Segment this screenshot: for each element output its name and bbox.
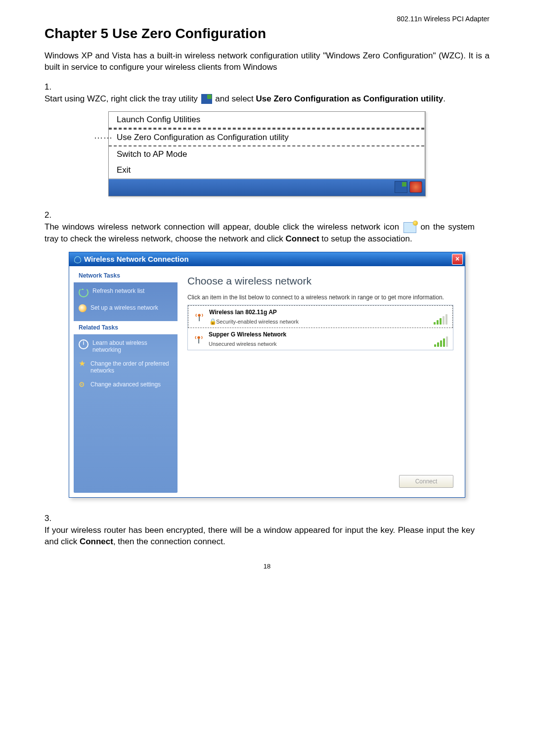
- tray-utility-icon: [201, 94, 212, 104]
- wireless-window: Wireless Network Connection × Network Ta…: [69, 252, 465, 498]
- step-3-text-b: , then the connection connect.: [113, 537, 225, 546]
- sidebar-related-tasks-title: Related Tasks: [74, 321, 178, 334]
- svg-point-0: [198, 314, 201, 317]
- step-1-text-b: and select: [215, 94, 256, 103]
- sidebar-order-label: Change the order of preferred networks: [90, 360, 173, 374]
- sidebar-setup[interactable]: Set up a wireless network: [79, 304, 173, 312]
- menu-switch-ap[interactable]: Switch to AP Mode: [109, 146, 424, 162]
- intro-text: Windows XP and Vista has a built-in wire…: [44, 50, 490, 73]
- star-icon: ★: [79, 360, 87, 368]
- taskbar-tray-icon[interactable]: [395, 181, 407, 193]
- main-title: Choose a wireless network: [187, 275, 453, 287]
- chapter-title: Chapter 5 Use Zero Configuration: [44, 26, 490, 42]
- network-row-0[interactable]: Wireless lan 802.11g AP 🔒 Security-enabl…: [188, 305, 453, 328]
- network-sub-0: Security-enabled wireless network: [216, 319, 299, 325]
- sidebar-learn[interactable]: i Learn about wireless networking: [79, 339, 173, 353]
- sidebar-refresh[interactable]: Refresh network list: [79, 287, 173, 297]
- step-2: 2. The windows wireless network connecti…: [44, 209, 490, 244]
- sidebar-learn-label: Learn about wireless networking: [92, 339, 173, 353]
- step-3-num: 3.: [44, 513, 57, 524]
- signal-strength-0: [428, 309, 448, 325]
- page-number: 18: [44, 563, 490, 570]
- step-3-bold: Connect: [80, 537, 113, 546]
- pointer-dots-icon: ⋯⋯: [94, 132, 113, 143]
- step-2-num: 2.: [44, 209, 57, 221]
- step-2-bold: Connect: [286, 234, 319, 243]
- sidebar-advanced-label: Change advanced settings: [90, 381, 161, 388]
- close-button[interactable]: ×: [452, 254, 463, 265]
- antenna-icon: [192, 331, 206, 347]
- signal-strength-1: [428, 331, 449, 347]
- sidebar-order[interactable]: ★ Change the order of preferred networks: [79, 360, 173, 374]
- step-1-text-c: .: [443, 94, 445, 103]
- menu-use-zero-config-label: Use Zero Configuration as Configuration …: [117, 133, 289, 142]
- network-name-1: Supper G Wireless Network: [209, 331, 428, 338]
- window-titlebar[interactable]: Wireless Network Connection ×: [69, 252, 465, 266]
- menu-launch-utilities[interactable]: Launch Config Utilities: [109, 112, 424, 129]
- sidebar: Network Tasks Refresh network list Set u…: [74, 269, 178, 493]
- header-product: 802.11n Wireless PCI Adapter: [44, 15, 490, 23]
- setup-icon: [79, 304, 87, 312]
- connect-button[interactable]: Connect: [399, 475, 453, 488]
- step-1-bold: Use Zero Configuration as Configuration …: [256, 94, 444, 103]
- antenna-icon: [73, 255, 81, 263]
- network-sub-1: Unsecured wireless network: [209, 341, 277, 347]
- wireless-network-icon: [403, 222, 416, 233]
- sidebar-setup-label: Set up a wireless network: [90, 304, 158, 311]
- step-3: 3. If your wireless router has been encr…: [44, 513, 490, 548]
- sidebar-refresh-label: Refresh network list: [92, 287, 144, 294]
- page: 802.11n Wireless PCI Adapter Chapter 5 U…: [0, 0, 534, 590]
- svg-point-2: [197, 336, 200, 339]
- antenna-icon: [192, 309, 206, 325]
- svg-rect-1: [199, 317, 200, 321]
- svg-rect-3: [198, 339, 199, 343]
- network-name-0: Wireless lan 802.11g AP: [209, 309, 428, 316]
- step-2-text-a: The windows wireless network connection …: [44, 222, 402, 232]
- lock-icon: 🔒: [209, 319, 214, 325]
- sidebar-network-tasks-title: Network Tasks: [74, 269, 178, 283]
- window-title: Wireless Network Connection: [84, 255, 189, 263]
- main-pane: Choose a wireless network Click an item …: [180, 269, 460, 493]
- taskbar: [109, 179, 425, 196]
- step-1-text-a: Start using WZC, right click the tray ut…: [44, 94, 200, 103]
- menu-use-zero-config[interactable]: ⋯⋯ Use Zero Configuration as Configurati…: [109, 129, 424, 146]
- info-icon: i: [79, 339, 89, 349]
- refresh-icon: [79, 287, 89, 297]
- step-1-num: 1.: [44, 81, 57, 93]
- taskbar-shield-icon[interactable]: [409, 181, 422, 193]
- step-2-text-c: to setup the association.: [321, 234, 412, 243]
- network-row-1[interactable]: Supper G Wireless Network Unsecured wire…: [188, 328, 453, 350]
- gear-icon: ⚙: [79, 381, 87, 389]
- menu-exit[interactable]: Exit: [109, 162, 424, 178]
- step-1: 1. Start using WZC, right click the tray…: [44, 81, 490, 105]
- sidebar-advanced[interactable]: ⚙ Change advanced settings: [79, 381, 173, 389]
- context-menu-screenshot: Launch Config Utilities ⋯⋯ Use Zero Conf…: [108, 111, 426, 196]
- network-list: Wireless lan 802.11g AP 🔒 Security-enabl…: [187, 305, 453, 350]
- main-desc: Click an item in the list below to conne…: [187, 294, 453, 301]
